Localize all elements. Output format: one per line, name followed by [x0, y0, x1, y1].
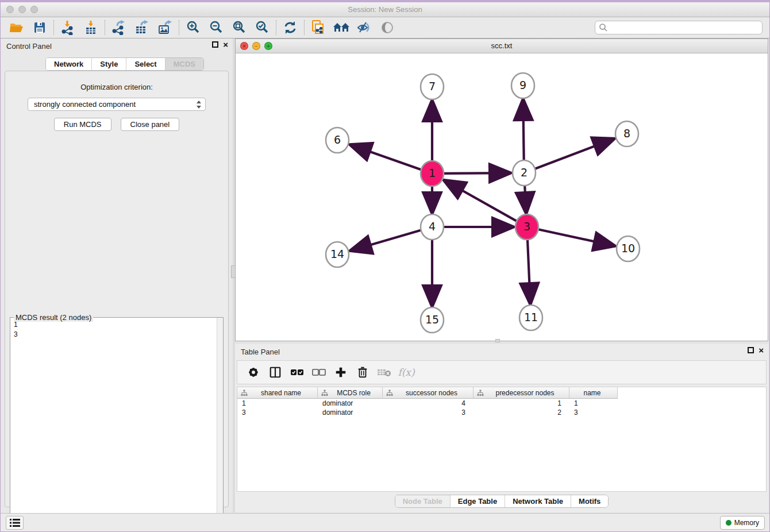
graph-edge-2-8[interactable]	[534, 140, 612, 169]
fx-icon: f(x)	[398, 367, 414, 378]
close-panel-icon-button[interactable]: ×	[223, 41, 228, 48]
column-header-shared-name[interactable]: shared name	[237, 387, 318, 399]
graph-edge-2-9[interactable]	[523, 102, 523, 162]
close-panel-button[interactable]: Close panel	[121, 118, 180, 131]
tab-style[interactable]: Style	[92, 58, 126, 70]
graph-node-9[interactable]: 9	[511, 73, 534, 98]
table-cell[interactable]: 1	[473, 399, 569, 408]
export-table-button[interactable]	[130, 19, 153, 36]
graph-node-8[interactable]: 8	[615, 121, 638, 147]
toolbar-separator	[53, 20, 54, 35]
float-table-panel-button[interactable]	[748, 347, 754, 353]
graph-node-15[interactable]: 15	[421, 307, 444, 333]
clone-network-button[interactable]	[307, 19, 330, 36]
search-input[interactable]	[608, 22, 759, 33]
memory-button[interactable]: Memory	[720, 516, 765, 530]
gear-icon	[247, 366, 260, 379]
graph-node-11[interactable]: 11	[519, 305, 542, 330]
unselect-all-columns-button[interactable]	[310, 363, 328, 381]
clone-network-icon	[311, 20, 326, 36]
graph-edge-1-2[interactable]	[443, 173, 508, 174]
zoom-selected-button[interactable]	[251, 19, 274, 36]
table-cell[interactable]: dominator	[318, 408, 383, 417]
table-cell[interactable]: 3	[569, 408, 618, 417]
import-table-icon	[84, 20, 98, 35]
horizontal-splitter-handle[interactable]	[495, 339, 500, 342]
first-neighbors-button[interactable]	[330, 19, 353, 36]
graph-node-14[interactable]: 14	[326, 242, 349, 267]
column-header-label: MCDS role	[331, 389, 382, 397]
graph-edge-4-14[interactable]	[353, 230, 422, 250]
export-image-button[interactable]	[153, 19, 176, 36]
column-header-predecessor-nodes[interactable]: predecessor nodes	[473, 387, 569, 399]
select-all-columns-button[interactable]	[288, 363, 306, 381]
open-session-button[interactable]	[5, 19, 28, 36]
import-table-button[interactable]	[79, 19, 102, 36]
table-cell[interactable]: dominator	[318, 399, 383, 408]
table-settings-button[interactable]	[244, 363, 263, 381]
import-network-button[interactable]	[56, 19, 79, 36]
export-network-button[interactable]	[107, 19, 130, 36]
column-header-name[interactable]: name	[569, 387, 618, 399]
save-floppy-icon	[33, 21, 47, 34]
graph-node-3[interactable]: 3	[515, 214, 538, 240]
control-panel-header: Control Panel ×	[1, 38, 233, 53]
network-graph[interactable]: 7968124314101511	[236, 53, 769, 341]
tab-network-table[interactable]: Network Table	[505, 495, 571, 507]
import-network-icon	[61, 20, 75, 35]
table-cell[interactable]: 4	[383, 399, 473, 408]
graph-edge-3-1[interactable]	[446, 182, 517, 222]
graph-edge-3-11[interactable]	[528, 238, 530, 302]
column-header-successor-nodes[interactable]: successor nodes	[383, 387, 473, 399]
table-cell[interactable]: 2	[473, 408, 569, 417]
column-header-MCDS-role[interactable]: MCDS role	[318, 387, 383, 399]
memory-label: Memory	[734, 519, 759, 527]
tab-node-table[interactable]: Node Table	[395, 495, 451, 507]
add-column-button[interactable]	[332, 363, 350, 381]
graph-node-1[interactable]: 1	[421, 161, 444, 186]
tab-motifs[interactable]: Motifs	[571, 495, 608, 507]
zoom-fit-button[interactable]	[228, 19, 251, 36]
network-window-title: scc.txt	[236, 41, 768, 50]
table-cell[interactable]: 3	[383, 408, 473, 417]
save-session-button[interactable]	[28, 19, 51, 36]
zoom-out-button[interactable]	[205, 19, 228, 36]
export-table-icon	[134, 20, 149, 35]
refresh-view-button[interactable]	[279, 19, 302, 36]
zoom-in-button[interactable]	[182, 19, 205, 36]
tab-edge-table[interactable]: Edge Table	[451, 495, 505, 507]
table-cell[interactable]: 1	[569, 399, 618, 408]
show-column-button[interactable]	[266, 363, 284, 381]
result-scrollbar[interactable]	[217, 318, 223, 532]
column-type-icon	[386, 390, 393, 396]
list-icon	[10, 519, 20, 527]
table-cell[interactable]: 1	[237, 399, 318, 408]
graph-edge-1-6[interactable]	[352, 145, 422, 169]
graph-node-4[interactable]: 4	[421, 214, 444, 240]
float-panel-button[interactable]	[212, 41, 218, 48]
control-panel-title: Control Panel	[6, 42, 52, 51]
graph-edge-3-10[interactable]	[538, 229, 613, 245]
mcds-result-list[interactable]: 13	[10, 320, 216, 532]
graph-node-2[interactable]: 2	[513, 160, 536, 186]
network-canvas[interactable]: 7968124314101511	[236, 53, 768, 341]
criterion-select[interactable]: strongly connected component	[28, 98, 206, 111]
graph-node-7[interactable]: 7	[421, 74, 444, 99]
run-mcds-button[interactable]: Run MCDS	[54, 118, 111, 131]
tab-network[interactable]: Network	[46, 58, 92, 70]
hide-selected-button[interactable]	[353, 19, 376, 36]
show-all-button[interactable]	[376, 19, 399, 36]
tab-mcds[interactable]: MCDS	[165, 58, 203, 70]
table-cell[interactable]: 3	[237, 408, 318, 417]
graph-node-10[interactable]: 10	[617, 236, 640, 261]
control-panel: Control Panel × NetworkStyleSelectMCDS O…	[1, 38, 233, 512]
graph-edge-2-3[interactable]	[525, 184, 526, 211]
graph-node-6[interactable]: 6	[326, 128, 349, 153]
delete-columns-button[interactable]	[353, 363, 372, 381]
task-history-button[interactable]	[6, 516, 24, 530]
function-builder-button[interactable]: f(x)	[397, 363, 415, 381]
delete-table-button[interactable]	[375, 363, 394, 381]
application-window: Session: New Session	[0, 0, 770, 532]
tab-select[interactable]: Select	[126, 58, 165, 70]
close-table-panel-button[interactable]: ×	[759, 347, 764, 353]
